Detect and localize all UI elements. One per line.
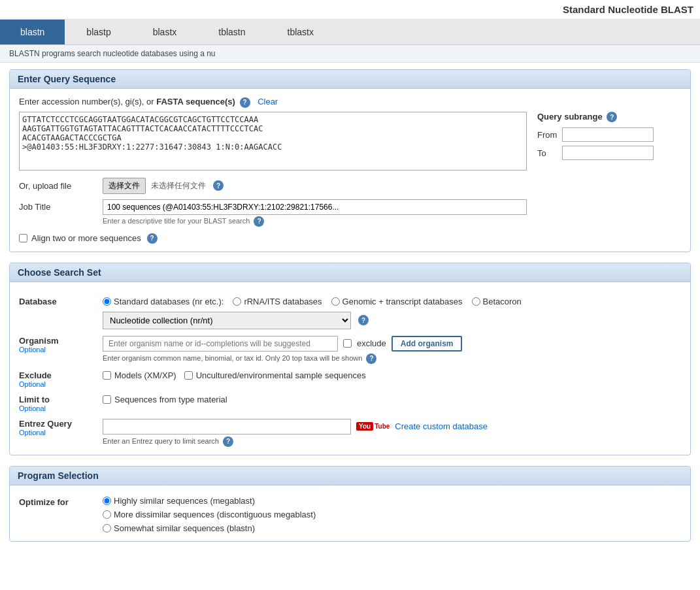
sequence-textarea[interactable]: GTTATCTCCCTCGCAGGTAATGGACATACGGCGTCAGCTG…	[19, 112, 527, 171]
search-set-section: Choose Search Set Database Standard data…	[9, 263, 691, 455]
exclude-label-col: Exclude Optional	[19, 370, 97, 388]
entrez-input-row: YouTube Create custom database	[103, 419, 681, 434]
exclude-field-col: Models (XM/XP) Uncultured/environmental …	[103, 370, 681, 380]
exclude-optional: Optional	[19, 380, 97, 388]
tab-tblastx[interactable]: tblastx	[267, 20, 334, 44]
limit-sequences-label: Sequences from type material	[114, 395, 227, 404]
program-section: Program Selection Optimize for Highly si…	[9, 466, 691, 542]
prog-discontig-label: More dissimilar sequences (discontiguous…	[114, 510, 316, 519]
db-help-icon[interactable]: ?	[358, 315, 369, 325]
job-title-help-icon[interactable]: ?	[254, 216, 264, 227]
query-row: GTTATCTCCCTCGCAGGTAATGGACATACGGCGTCAGCTG…	[19, 112, 681, 244]
db-standard-option[interactable]: Standard databases (nr etc.):	[103, 297, 224, 306]
prog-blastn-radio[interactable]	[103, 524, 111, 533]
organism-input[interactable]	[103, 336, 338, 352]
youtube-text: Tube	[375, 423, 390, 430]
organism-label-col: Organism Optional	[19, 336, 97, 353]
query-section-header: Enter Query Sequence	[10, 70, 690, 89]
entrez-label: Entrez Query	[19, 419, 97, 429]
upload-help-icon[interactable]: ?	[213, 180, 224, 191]
add-organism-button[interactable]: Add organism	[392, 336, 463, 352]
page-header: Standard Nucleotide BLAST	[0, 0, 700, 20]
database-label: Database	[19, 297, 57, 306]
align-help-icon[interactable]: ?	[147, 233, 158, 244]
from-input[interactable]	[562, 127, 654, 142]
fasta-bold: FASTA sequence(s)	[156, 97, 235, 107]
upload-row: Or, upload file 选择文件 未选择任何文件 ?	[19, 178, 527, 194]
align-checkbox-row: Align two or more sequences ?	[19, 233, 527, 244]
program-section-header: Program Selection	[10, 467, 690, 485]
entrez-label-col: Entrez Query Optional	[19, 419, 97, 436]
db-betacorona-label: Betacoron	[483, 297, 522, 306]
tab-blastn[interactable]: blastn	[0, 20, 65, 44]
fasta-help-icon[interactable]: ?	[240, 97, 250, 108]
tab-blastp[interactable]: blastp	[66, 20, 131, 44]
tab-blastx[interactable]: blastx	[133, 20, 197, 44]
db-betacorona-option[interactable]: Betacoron	[472, 297, 522, 306]
database-row: Database Standard databases (nr etc.): r…	[19, 297, 681, 329]
job-title-label: Job Title	[19, 199, 97, 212]
limit-to-field-col: Sequences from type material	[103, 395, 681, 404]
db-genomic-option[interactable]: Genomic + transcript databases	[331, 297, 463, 306]
file-none-text: 未选择任何文件	[151, 180, 206, 191]
prog-discontig-radio[interactable]	[103, 510, 111, 519]
db-betacorona-radio[interactable]	[472, 297, 480, 306]
optimize-row: Optimize for Highly similar sequences (m…	[19, 496, 681, 533]
exclude-organism-checkbox[interactable]	[343, 339, 352, 348]
db-options: Standard databases (nr etc.): rRNA/ITS d…	[103, 297, 681, 306]
description-bar: BLASTN programs search nucleotide databa…	[0, 45, 700, 63]
prog-blastn-option[interactable]: Somewhat similar sequences (blastn)	[103, 523, 316, 533]
db-select[interactable]: Nucleotide collection (nr/nt)	[103, 312, 351, 329]
db-standard-radio[interactable]	[103, 297, 111, 306]
youtube-logo: You	[356, 422, 373, 431]
query-left: GTTATCTCCCTCGCAGGTAATGGACATACGGCGTCAGCTG…	[19, 112, 527, 244]
exclude-models-option[interactable]: Models (XM/XP)	[103, 370, 176, 380]
query-section-body: Enter accession number(s), gi(s), or FAS…	[10, 89, 690, 252]
create-custom-db-link[interactable]: Create custom database	[395, 421, 488, 431]
organism-help-icon[interactable]: ?	[366, 353, 376, 364]
db-rrna-label: rRNA/ITS databases	[244, 297, 322, 306]
clear-link[interactable]: Clear	[258, 97, 278, 107]
exclude-uncultured-checkbox[interactable]	[184, 371, 193, 380]
db-genomic-radio[interactable]	[331, 297, 340, 306]
search-set-body: Database Standard databases (nr etc.): r…	[10, 282, 690, 455]
limit-sequences-option[interactable]: Sequences from type material	[103, 395, 681, 404]
db-rrna-option[interactable]: rRNA/ITS databases	[233, 297, 322, 306]
to-input[interactable]	[562, 146, 654, 160]
job-title-col: Enter a descriptive title for your BLAST…	[103, 199, 527, 227]
subrange-help-icon[interactable]: ?	[607, 112, 617, 122]
query-section: Enter Query Sequence Enter accession num…	[9, 69, 691, 252]
align-checkbox[interactable]	[19, 234, 27, 242]
job-title-input[interactable]	[103, 199, 527, 215]
organism-optional: Optional	[19, 346, 97, 353]
limit-to-optional: Optional	[19, 404, 97, 412]
exclude-options-row: Models (XM/XP) Uncultured/environmental …	[103, 370, 681, 380]
database-label-col: Database	[19, 297, 97, 306]
main-content: Enter Query Sequence Enter accession num…	[0, 63, 700, 559]
tab-tblastn[interactable]: tblastn	[198, 20, 265, 44]
prog-discontig-option[interactable]: More dissimilar sequences (discontiguous…	[103, 510, 316, 519]
job-title-hint: Enter a descriptive title for your BLAST…	[103, 216, 527, 227]
entrez-help-icon[interactable]: ?	[223, 436, 233, 447]
prog-megablast-label: Highly similar sequences (megablast)	[114, 496, 255, 506]
file-button[interactable]: 选择文件	[103, 178, 146, 194]
organism-field-col: exclude Add organism Enter organism comm…	[103, 336, 681, 364]
exclude-label: Exclude	[19, 370, 97, 380]
entrez-input[interactable]	[103, 419, 351, 434]
exclude-models-checkbox[interactable]	[103, 371, 111, 380]
exclude-uncultured-label: Uncultured/environmental sample sequence…	[196, 370, 366, 380]
search-set-header: Choose Search Set	[10, 263, 690, 282]
subrange-from-row: From	[537, 127, 681, 142]
prog-megablast-radio[interactable]	[103, 497, 111, 505]
db-genomic-label: Genomic + transcript databases	[342, 297, 463, 306]
limit-sequences-checkbox[interactable]	[103, 395, 111, 404]
prog-blastn-label: Somewhat similar sequences (blastn)	[114, 523, 255, 533]
exclude-row: Exclude Optional Models (XM/XP) Uncultur…	[19, 370, 681, 388]
optimize-label: Optimize for	[19, 496, 97, 507]
job-title-row: Job Title Enter a descriptive title for …	[19, 199, 527, 227]
prog-megablast-option[interactable]: Highly similar sequences (megablast)	[103, 496, 316, 506]
db-rrna-radio[interactable]	[233, 297, 241, 306]
database-field-col: Standard databases (nr etc.): rRNA/ITS d…	[103, 297, 681, 329]
exclude-uncultured-option[interactable]: Uncultured/environmental sample sequence…	[184, 370, 366, 380]
limit-to-label: Limit to	[19, 395, 97, 404]
